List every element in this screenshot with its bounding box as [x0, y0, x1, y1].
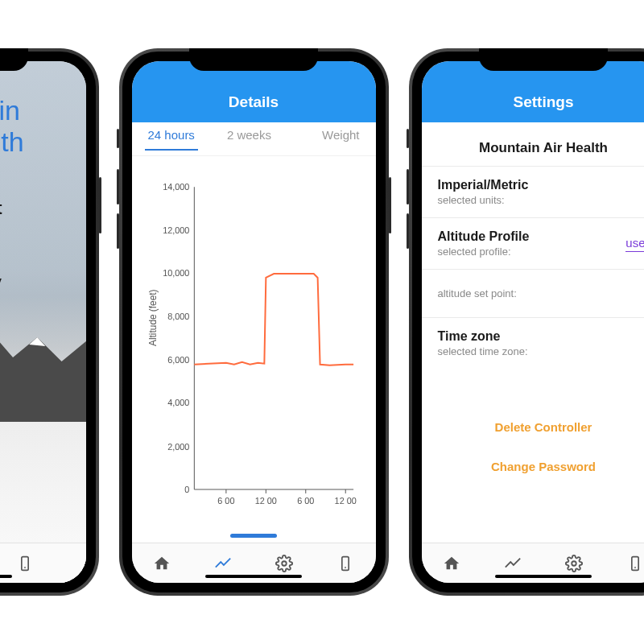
setpoint-value: 10000 ft — [0, 221, 86, 242]
svg-text:6 00: 6 00 — [217, 496, 234, 506]
scroll-indicator — [230, 534, 277, 538]
device-icon[interactable] — [625, 554, 644, 573]
row-profile-title: Altitude Profile — [438, 229, 645, 244]
svg-text:2,000: 2,000 — [167, 442, 189, 452]
humidity-label: Humidity — [0, 272, 86, 293]
svg-point-21 — [282, 561, 287, 566]
page-title: Details — [229, 93, 279, 111]
row-units[interactable]: Imperial/Metric selected units: — [422, 166, 645, 217]
svg-text:14,000: 14,000 — [163, 182, 189, 192]
home-icon[interactable] — [152, 554, 171, 573]
row-timezone[interactable]: Time zone selected time zone: — [422, 317, 645, 369]
app-title: MountainAir Health — [0, 95, 86, 158]
humidity-value: 28 % — [0, 295, 86, 316]
change-password-button[interactable]: Change Password — [422, 447, 645, 486]
svg-text:12,000: 12,000 — [163, 225, 189, 235]
gear-icon[interactable] — [275, 554, 294, 573]
row-profile-value: user — [625, 236, 644, 252]
svg-text:10,000: 10,000 — [163, 268, 189, 278]
home-icon[interactable] — [442, 554, 461, 573]
row-tz-sub: selected time zone: — [438, 345, 645, 357]
svg-text:12 00: 12 00 — [334, 496, 356, 506]
setpoint-metric: Set Point 10000 ft — [0, 198, 86, 242]
row-altitude-profile[interactable]: Altitude Profile selected profile: user — [422, 217, 645, 269]
svg-point-24 — [572, 561, 576, 566]
y-axis-label: Altitude (feet) — [147, 289, 158, 346]
svg-text:6 00: 6 00 — [297, 496, 314, 506]
tab-weight[interactable]: Weight — [322, 128, 359, 150]
page-title: Settings — [514, 93, 574, 111]
home-indicator[interactable] — [205, 575, 302, 578]
gear-icon[interactable] — [564, 554, 584, 573]
row-tz-title: Time zone — [438, 329, 645, 344]
altitude-series — [194, 274, 353, 365]
humidity-metric: Humidity 28 % — [0, 272, 86, 316]
home-indicator[interactable] — [495, 575, 592, 578]
svg-text:6,000: 6,000 — [167, 355, 189, 365]
row-profile-sub: selected profile: — [438, 246, 645, 258]
device-icon[interactable] — [336, 554, 355, 573]
device-icon[interactable] — [15, 554, 35, 573]
settings-section-title: Mountain Air Health — [422, 132, 645, 164]
svg-text:4,000: 4,000 — [167, 398, 189, 407]
row-altitude-setpoint[interactable]: altitude set point: — [422, 269, 645, 317]
altitude-chart: Altitude (feet) 0 2,000 4,000 6,000 8,00… — [147, 174, 361, 518]
setpoint-label: Set Point — [0, 198, 86, 219]
home-indicator[interactable] — [0, 575, 12, 578]
svg-text:0: 0 — [184, 485, 189, 494]
svg-text:12 00: 12 00 — [254, 496, 276, 506]
tab-24-hours[interactable]: 24 hours — [148, 128, 195, 150]
trend-icon[interactable] — [213, 554, 233, 573]
svg-text:8,000: 8,000 — [167, 312, 189, 321]
delete-controller-button[interactable]: Delete Controller — [422, 407, 645, 447]
trend-icon[interactable] — [503, 554, 522, 573]
row-units-sub: selected units: — [438, 194, 645, 206]
tab-2-weeks[interactable]: 2 weeks — [227, 128, 271, 150]
row-units-title: Imperial/Metric — [438, 178, 645, 192]
